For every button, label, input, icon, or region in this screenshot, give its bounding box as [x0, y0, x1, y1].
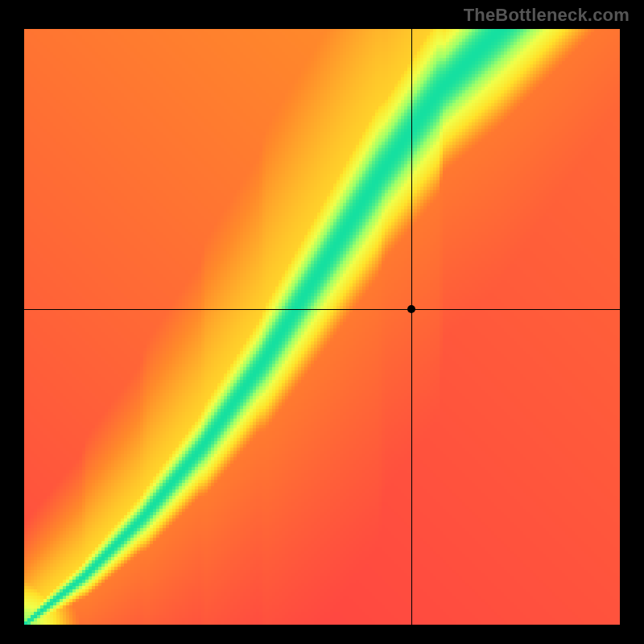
- plot-area[interactable]: [24, 29, 620, 625]
- watermark-text: TheBottleneck.com: [464, 5, 630, 26]
- chart-frame: TheBottleneck.com: [0, 0, 644, 644]
- heatmap-canvas: [24, 29, 620, 625]
